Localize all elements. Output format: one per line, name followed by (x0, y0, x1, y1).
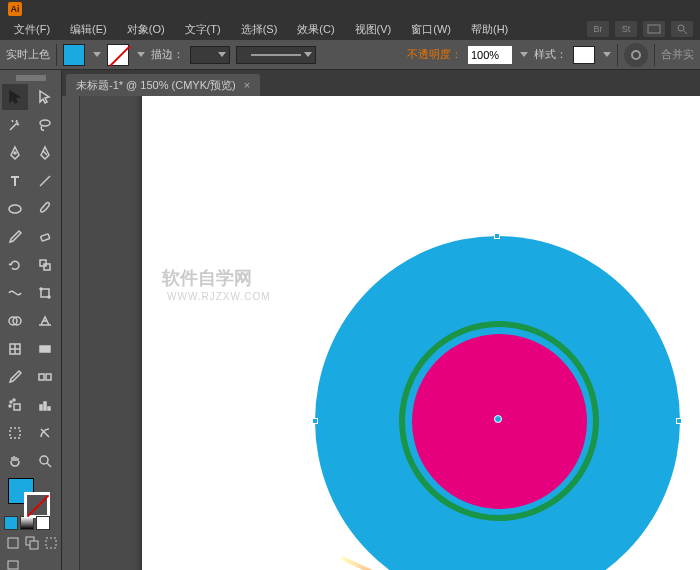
svg-rect-27 (8, 538, 18, 548)
lasso-tool[interactable] (32, 112, 58, 138)
draw-behind-icon[interactable] (23, 534, 40, 552)
menu-effect[interactable]: 效果(C) (287, 22, 344, 37)
search-badge[interactable] (671, 21, 693, 37)
magic-wand-tool[interactable] (2, 112, 28, 138)
style-label: 样式： (534, 47, 567, 62)
style-dropdown-icon[interactable] (603, 52, 611, 57)
svg-point-20 (13, 399, 15, 401)
menu-type[interactable]: 文字(T) (175, 22, 231, 37)
none-mode-icon[interactable] (36, 516, 50, 530)
artboard-tool[interactable] (2, 420, 28, 446)
svg-point-19 (10, 401, 12, 403)
selection-handle-right[interactable] (676, 418, 682, 424)
gradient-mode-icon[interactable] (20, 516, 34, 530)
arrange-badge[interactable] (643, 21, 665, 37)
stroke-dropdown-icon[interactable] (137, 52, 145, 57)
selection-handle-left[interactable] (312, 418, 318, 424)
fill-stroke-indicator[interactable] (2, 478, 59, 514)
ruler-vertical (62, 96, 80, 570)
stroke-dash-field[interactable] (236, 46, 316, 64)
svg-line-2 (684, 31, 687, 34)
gradient-tool[interactable] (32, 336, 58, 362)
close-icon[interactable]: × (244, 79, 250, 91)
line-tool[interactable] (32, 168, 58, 194)
opacity-dropdown-icon[interactable] (520, 52, 528, 57)
mode-label: 实时上色 (6, 47, 50, 62)
svg-rect-29 (30, 541, 38, 549)
bridge-badge[interactable]: Br (587, 21, 609, 37)
paintbrush-tool[interactable] (32, 196, 58, 222)
app-title-bar: Ai (0, 0, 700, 18)
shape-builder-tool[interactable] (2, 308, 28, 334)
stock-badge[interactable]: St (615, 21, 637, 37)
canvas-area[interactable]: 软件自学网 WWW.RJZXW.COM (62, 96, 700, 570)
svg-point-26 (40, 456, 48, 464)
rotate-tool[interactable] (2, 252, 28, 278)
opacity-field[interactable]: 100% (468, 46, 512, 64)
svg-rect-24 (48, 407, 50, 410)
menu-view[interactable]: 视图(V) (345, 22, 402, 37)
draw-normal-icon[interactable] (4, 534, 21, 552)
screen-mode-icon[interactable] (4, 556, 22, 570)
svg-point-10 (40, 288, 42, 290)
symbol-sprayer-tool[interactable] (2, 392, 28, 418)
svg-point-21 (9, 405, 11, 407)
recolor-icon[interactable] (624, 43, 648, 67)
merge-button[interactable]: 合并实 (661, 47, 694, 62)
draw-inside-icon[interactable] (42, 534, 59, 552)
color-mode-icon[interactable] (4, 516, 18, 530)
menu-window[interactable]: 窗口(W) (401, 22, 461, 37)
control-bar: 实时上色 描边： 不透明度： 100% 样式： 合并实 (0, 40, 700, 70)
app-icon: Ai (8, 2, 22, 16)
selection-handle-top[interactable] (494, 233, 500, 239)
blend-tool[interactable] (32, 364, 58, 390)
svg-rect-8 (44, 264, 50, 270)
svg-point-5 (9, 205, 21, 213)
slice-tool[interactable] (32, 420, 58, 446)
watermark-text: 软件自学网 (162, 266, 252, 290)
fill-swatch[interactable] (63, 44, 85, 66)
separator-3 (654, 44, 655, 66)
svg-rect-16 (39, 374, 44, 380)
stroke-color-box[interactable] (24, 492, 50, 518)
style-swatch[interactable] (573, 46, 595, 64)
stroke-width-field[interactable] (190, 46, 230, 64)
ellipse-tool[interactable] (2, 196, 28, 222)
menu-file[interactable]: 文件(F) (4, 22, 60, 37)
fill-dropdown-icon[interactable] (93, 52, 101, 57)
scale-tool[interactable] (32, 252, 58, 278)
svg-rect-0 (648, 25, 660, 33)
stroke-swatch[interactable] (107, 44, 129, 66)
svg-rect-17 (46, 374, 51, 380)
menu-help[interactable]: 帮助(H) (461, 22, 518, 37)
free-transform-tool[interactable] (32, 280, 58, 306)
document-tab-title: 未标题-1* @ 150% (CMYK/预览) (76, 78, 236, 93)
eraser-tool[interactable] (32, 224, 58, 250)
type-tool[interactable] (2, 168, 28, 194)
menu-select[interactable]: 选择(S) (231, 22, 288, 37)
svg-rect-7 (40, 260, 46, 266)
document-tab[interactable]: 未标题-1* @ 150% (CMYK/预览) × (66, 74, 260, 96)
separator-2 (617, 44, 618, 66)
pen-tool[interactable] (2, 140, 28, 166)
hand-tool[interactable] (2, 448, 28, 474)
svg-rect-31 (8, 561, 18, 569)
direct-selection-tool[interactable] (32, 84, 58, 110)
workspace: 未标题-1* @ 150% (CMYK/预览) × 软件自学网 WWW.RJZX… (0, 70, 700, 570)
pencil-tool[interactable] (2, 224, 28, 250)
menu-edit[interactable]: 编辑(E) (60, 22, 117, 37)
opacity-label: 不透明度： (407, 47, 462, 62)
eyedropper-tool[interactable] (2, 364, 28, 390)
document-tab-bar: 未标题-1* @ 150% (CMYK/预览) × (62, 70, 700, 96)
mesh-tool[interactable] (2, 336, 28, 362)
toolbox-handle[interactable] (2, 74, 59, 82)
perspective-tool[interactable] (32, 308, 58, 334)
selection-tool[interactable] (2, 84, 28, 110)
menu-object[interactable]: 对象(O) (117, 22, 175, 37)
center-anchor-icon (494, 415, 502, 423)
curvature-tool[interactable] (32, 140, 58, 166)
width-tool[interactable] (2, 280, 28, 306)
separator (56, 44, 57, 66)
column-graph-tool[interactable] (32, 392, 58, 418)
zoom-tool[interactable] (32, 448, 58, 474)
